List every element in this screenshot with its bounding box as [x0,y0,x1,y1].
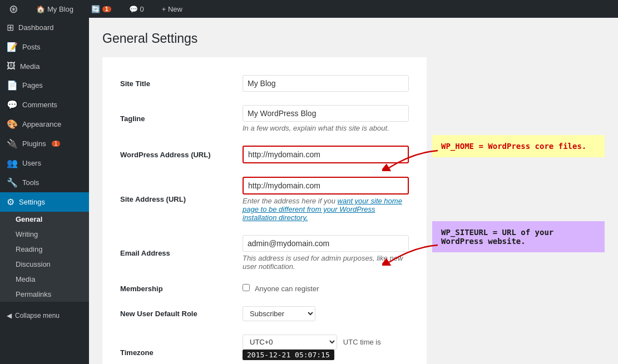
wp-siteurl-text: WP_SITEURL = URL of yourWordPress websit… [441,228,553,246]
reading-label: Reading [16,245,42,253]
content-area: Site Title Tagline In a few words, expla… [102,57,605,364]
plugins-icon: 🔌 [7,138,18,149]
plugins-badge: 1 [52,141,61,147]
site-name-item[interactable]: 🏠 My Blog [32,0,78,18]
settings-submenu: General Writing Reading Discussion Media… [0,212,89,302]
submenu-writing[interactable]: Writing [0,227,89,242]
utc-time-value: 2015-12-21 05:07:15 [243,350,334,360]
updates-icon: 🔄 [91,5,100,13]
submenu-media[interactable]: Media [0,272,89,287]
sidebar-settings-label: Settings [19,198,45,206]
site-address-row: Site Address (URL) Enter the address her… [116,170,413,228]
main-content: General Settings Site Title Tagline [89,18,618,364]
sidebar-item-appearance[interactable]: 🎨 Appearance [0,114,89,134]
sidebar: ⊞ Dashboard 📝 Posts 🖼 Media 📄 Pages 💬 Co… [0,18,89,364]
wp-address-row: WordPress Address (URL) [116,139,413,170]
general-label: General [16,215,42,223]
wp-logo-item[interactable]: ⊛ [4,0,23,18]
sidebar-media-label: Media [20,62,39,71]
sidebar-dashboard-label: Dashboard [18,23,54,32]
tagline-row: Tagline In a few words, explain what thi… [116,98,413,139]
membership-checkbox[interactable] [243,284,250,291]
collapse-menu-button[interactable]: ◀ Collapse menu [0,306,89,325]
sidebar-comments-label: Comments [22,101,57,109]
sidebar-item-pages[interactable]: 📄 Pages [0,76,89,95]
wp-home-annotation: WP_HOME = WordPress core files. [432,135,605,157]
new-content-item[interactable]: + New [157,0,187,18]
media-icon: 🖼 [7,61,16,71]
wp-logo-icon: ⊛ [9,2,18,16]
sidebar-item-dashboard[interactable]: ⊞ Dashboard [0,18,89,37]
comments-count: 0 [140,5,144,13]
tools-icon: 🔧 [7,177,18,188]
membership-label: Membership [120,285,163,293]
new-user-role-select[interactable]: Subscriber Contributor Author Editor Adm… [243,306,315,321]
submenu-discussion[interactable]: Discussion [0,257,89,272]
email-label: Email Address [120,249,170,257]
site-title-row: Site Title [116,68,413,98]
updates-item[interactable]: 🔄 1 [87,0,116,18]
membership-checkbox-label: Anyone can register [243,285,319,293]
settings-table: Site Title Tagline In a few words, expla… [116,68,413,364]
permalinks-label: Permalinks [16,290,51,298]
timezone-select[interactable]: UTC+0 UTC+1 UTC-1 [243,335,337,350]
timezone-label: Timezone [120,348,154,357]
sidebar-item-tools[interactable]: 🔧 Tools [0,173,89,192]
membership-row: Membership Anyone can register [116,277,413,300]
sidebar-item-plugins[interactable]: 🔌 Plugins 1 [0,134,89,153]
settings-icon: ⚙ [7,197,14,207]
sidebar-item-settings[interactable]: ⚙ Settings [0,192,89,212]
dashboard-icon: ⊞ [7,22,14,33]
sidebar-plugins-label: Plugins [22,139,46,148]
site-address-label: Site Address (URL) [120,195,186,203]
updates-badge: 1 [102,6,111,12]
wp-home-arrow [382,143,438,171]
sidebar-item-users[interactable]: 👥 Users [0,153,89,173]
submenu-reading[interactable]: Reading [0,242,89,257]
site-title-input[interactable] [243,75,409,92]
new-user-role-label: New User Default Role [120,310,197,318]
sidebar-item-comments[interactable]: 💬 Comments [0,95,89,114]
tagline-label: Tagline [120,114,145,123]
submenu-permalinks[interactable]: Permalinks [0,287,89,302]
pages-icon: 📄 [7,80,18,91]
posts-icon: 📝 [7,42,18,52]
page-title: General Settings [102,31,605,46]
wp-home-text: WP_HOME = WordPress core files. [441,142,586,151]
layout: ⊞ Dashboard 📝 Posts 🖼 Media 📄 Pages 💬 Co… [0,18,618,364]
comments-icon: 💬 [129,5,138,13]
sidebar-pages-label: Pages [22,81,43,89]
settings-form: Site Title Tagline In a few words, expla… [102,57,427,364]
home-icon: 🏠 [36,5,45,13]
utc-time-label: UTC time is [343,338,381,346]
collapse-label: Collapse menu [15,312,60,320]
users-icon: 👥 [7,158,18,168]
site-name-label: My Blog [47,5,73,13]
site-address-desc-before: Enter the address here if you [243,197,338,205]
wp-siteurl-annotation: WP_SITEURL = URL of yourWordPress websit… [432,221,605,252]
wp-address-label: WordPress Address (URL) [120,151,211,159]
timezone-row: Timezone UTC+0 UTC+1 UTC-1 UTC time is 2… [116,328,413,364]
media-sub-label: Media [16,275,35,283]
site-address-description: Enter the address here if you want your … [243,197,409,222]
sidebar-users-label: Users [22,159,41,167]
wp-siteurl-arrow [382,238,438,266]
discussion-label: Discussion [16,260,51,268]
comments-item[interactable]: 💬 0 [125,0,149,18]
email-row: Email Address This address is used for a… [116,228,413,277]
collapse-icon: ◀ [7,312,12,320]
new-user-role-row: New User Default Role Subscriber Contrib… [116,300,413,328]
comments-sidebar-icon: 💬 [7,99,18,110]
admin-bar: ⊛ 🏠 My Blog 🔄 1 💬 0 + New [0,0,618,18]
submenu-general[interactable]: General [0,212,89,227]
tagline-input[interactable] [243,105,409,122]
tagline-description: In a few words, explain what this site i… [243,124,409,132]
membership-checkbox-text: Anyone can register [255,285,319,293]
sidebar-item-media[interactable]: 🖼 Media [0,57,89,76]
site-title-label: Site Title [120,79,150,88]
sidebar-item-posts[interactable]: 📝 Posts [0,37,89,57]
writing-label: Writing [16,230,38,238]
sidebar-appearance-label: Appearance [22,120,61,128]
site-address-input[interactable] [243,177,409,195]
sidebar-posts-label: Posts [22,43,41,51]
